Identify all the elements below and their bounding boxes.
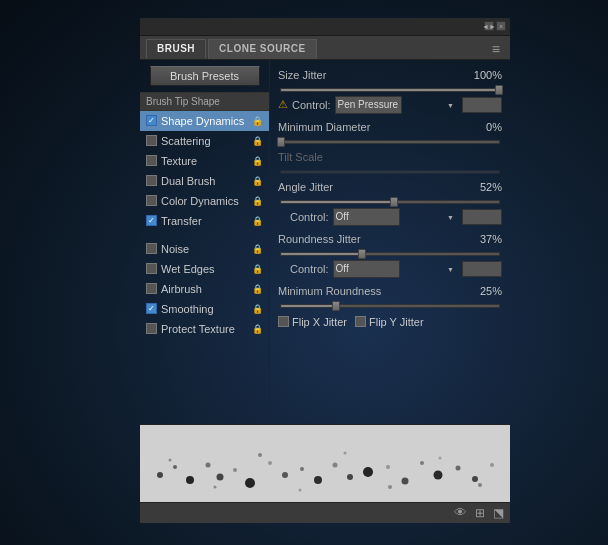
brush-options-list: ✓ Shape Dynamics 🔒 Scattering 🔒 Texture … [140,111,269,424]
roundness-jitter-row: Roundness Jitter 37% [278,230,502,248]
airbrush-lock: 🔒 [252,284,263,294]
wet-edges-checkbox[interactable] [146,263,157,274]
min-diameter-slider[interactable] [280,140,500,144]
color-dynamics-lock: 🔒 [252,196,263,206]
min-diameter-slider-row[interactable] [278,140,502,144]
svg-point-10 [314,476,322,484]
min-roundness-slider-row[interactable] [278,304,502,308]
angle-jitter-value: 52% [467,181,502,193]
brush-preview-area [140,424,510,502]
angle-jitter-row: Angle Jitter 52% [278,178,502,196]
shape-dynamics-checkbox[interactable]: ✓ [146,115,157,126]
panel-main-content: Brush Presets Brush Tip Shape ✓ Shape Dy… [140,60,510,424]
transfer-lock: 🔒 [252,216,263,226]
svg-point-15 [402,477,409,484]
control1-label: Control: [292,99,331,111]
brush-item-airbrush[interactable]: Airbrush 🔒 [140,279,269,299]
svg-point-1 [173,465,177,469]
control1-select[interactable]: Pen Pressure Off Fade Pen Tilt Stylus Wh… [335,96,402,114]
panel-tabs-bar: BRUSH CLONE SOURCE ≡ [140,36,510,60]
min-roundness-row: Minimum Roundness 25% [278,282,502,300]
scattering-checkbox[interactable] [146,135,157,146]
min-roundness-slider[interactable] [280,304,500,308]
noise-checkbox[interactable] [146,243,157,254]
noise-label: Noise [161,243,250,255]
svg-point-16 [420,461,424,465]
roundness-jitter-slider-row[interactable] [278,252,502,256]
angle-jitter-slider-row[interactable] [278,200,502,204]
tab-brush[interactable]: BRUSH [146,39,206,59]
expand-icon[interactable]: ⬔ [493,506,504,520]
preview-toolbar: 👁 ⊞ ⬔ [140,502,510,523]
svg-point-4 [217,473,224,480]
brush-item-dual-brush[interactable]: Dual Brush 🔒 [140,171,269,191]
min-diameter-value: 0% [467,121,502,133]
shape-dynamics-lock: 🔒 [252,116,263,126]
brush-preview-svg [140,425,510,502]
brush-item-protect-texture[interactable]: Protect Texture 🔒 [140,319,269,339]
panel-close-btn[interactable]: × [496,21,506,31]
panel-menu-icon[interactable]: ≡ [488,39,504,59]
control2-select[interactable]: Off Fade Pen Pressure Pen Tilt [333,208,400,226]
dual-brush-checkbox[interactable] [146,175,157,186]
angle-jitter-slider[interactable] [280,200,500,204]
right-panel: Size Jitter 100% ⚠ Control: Pen Pressure… [270,60,510,424]
wet-edges-label: Wet Edges [161,263,250,275]
panel-titlebar: ◄► × [140,18,510,36]
min-roundness-value: 25% [467,285,502,297]
angle-control-row: Control: Off Fade Pen Pressure Pen Tilt [278,208,502,226]
flip-x-label: Flip X Jitter [292,316,347,328]
protect-texture-checkbox[interactable] [146,323,157,334]
brush-item-wet-edges[interactable]: Wet Edges 🔒 [140,259,269,279]
scattering-label: Scattering [161,135,250,147]
flip-y-checkbox[interactable] [355,316,366,327]
brush-item-noise[interactable]: Noise 🔒 [140,239,269,259]
texture-checkbox[interactable] [146,155,157,166]
control3-input[interactable] [462,261,502,277]
size-jitter-slider[interactable] [280,88,500,92]
eye-icon[interactable]: 👁 [454,505,467,520]
tilt-scale-slider [280,170,500,174]
brush-item-color-dynamics[interactable]: Color Dynamics 🔒 [140,191,269,211]
control1-input[interactable] [462,97,502,113]
tilt-scale-row: Tilt Scale [278,148,502,166]
left-sidebar: Brush Presets Brush Tip Shape ✓ Shape Dy… [140,60,270,424]
brush-presets-button[interactable]: Brush Presets [150,66,260,86]
airbrush-checkbox[interactable] [146,283,157,294]
svg-point-11 [333,462,338,467]
sidebar-divider [140,231,269,239]
brush-item-texture[interactable]: Texture 🔒 [140,151,269,171]
roundness-jitter-label: Roundness Jitter [278,233,368,245]
size-jitter-slider-row[interactable] [278,88,502,92]
control3-label: Control: [290,263,329,275]
tab-clone-source[interactable]: CLONE SOURCE [208,39,317,59]
dual-brush-label: Dual Brush [161,175,250,187]
brush-item-transfer[interactable]: ✓ Transfer 🔒 [140,211,269,231]
noise-lock: 🔒 [252,244,263,254]
roundness-jitter-slider[interactable] [280,252,500,256]
panel-collapse-btn[interactable]: ◄► [484,21,494,31]
control3-select[interactable]: Off Fade Pen Pressure Pen Tilt [333,260,400,278]
smoothing-checkbox[interactable]: ✓ [146,303,157,314]
texture-label: Texture [161,155,250,167]
brush-item-smoothing[interactable]: ✓ Smoothing 🔒 [140,299,269,319]
smoothing-lock: 🔒 [252,304,263,314]
svg-point-14 [386,465,390,469]
svg-point-9 [300,467,304,471]
flip-y-item[interactable]: Flip Y Jitter [355,316,424,328]
transfer-label: Transfer [161,215,250,227]
brush-item-shape-dynamics[interactable]: ✓ Shape Dynamics 🔒 [140,111,269,131]
min-roundness-label: Minimum Roundness [278,285,381,297]
transfer-checkbox[interactable]: ✓ [146,215,157,226]
min-diameter-label: Minimum Diameter [278,121,370,133]
flip-x-checkbox[interactable] [278,316,289,327]
size-jitter-label: Size Jitter [278,69,368,81]
grid-icon[interactable]: ⊞ [475,506,485,520]
flip-x-item[interactable]: Flip X Jitter [278,316,347,328]
svg-point-21 [169,458,172,461]
control2-input[interactable] [462,209,502,225]
svg-point-22 [214,485,217,488]
brush-item-scattering[interactable]: Scattering 🔒 [140,131,269,151]
color-dynamics-checkbox[interactable] [146,195,157,206]
svg-point-18 [456,465,461,470]
